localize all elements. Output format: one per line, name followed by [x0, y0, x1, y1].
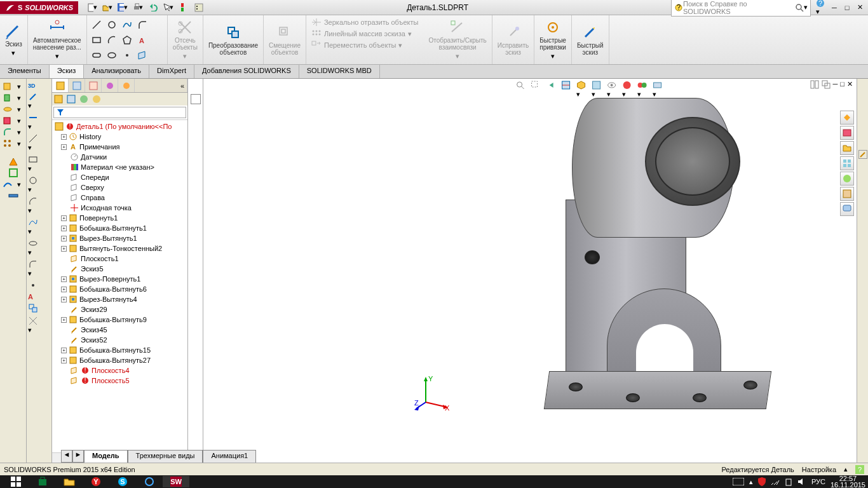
tree-tab-config[interactable] [85, 79, 102, 92]
rapid-sketch-button[interactable]: Быстрый эскиз [572, 15, 609, 64]
help-icon[interactable]: ?▾ [816, 0, 825, 16]
rectangle-tool[interactable] [90, 33, 104, 47]
tab-sketch[interactable]: Эскиз [50, 65, 84, 78]
tab-dimxpert[interactable]: DimXpert [149, 65, 194, 78]
tree-item[interactable]: Эскиз52 [52, 335, 187, 345]
tree-collapse[interactable]: « [135, 79, 187, 92]
solidworks-taskbar-icon[interactable]: SW [163, 476, 189, 487]
power-icon[interactable] [785, 477, 792, 486]
skype-icon[interactable]: S [109, 476, 136, 487]
tree-item[interactable]: +Бобышка-Вытянуть27 [52, 355, 187, 365]
bottom-tab-animation[interactable]: Анимация1 [203, 450, 256, 463]
tree-icon-3[interactable] [79, 94, 89, 104]
doc-close-button[interactable]: ✕ [847, 80, 853, 89]
tree-tab-display[interactable] [118, 79, 135, 92]
search-icon[interactable] [795, 3, 804, 12]
view-palette-tab[interactable] [840, 156, 854, 170]
tree-item[interactable]: +Вырез-Повернуть1 [52, 274, 187, 284]
view3d-icon[interactable]: 3D [28, 83, 50, 89]
tab-addins[interactable]: Добавления SOLIDWORKS [194, 65, 299, 78]
arc2-icon[interactable]: ▾ [28, 196, 50, 215]
tree-item[interactable]: +Бобышка-Вытянуть1 [52, 223, 187, 233]
lang-indicator[interactable]: РУС [811, 478, 825, 485]
tree-item[interactable]: +Бобышка-Вытянуть6 [52, 284, 187, 294]
clock[interactable]: 22:5716.11.2015 [831, 475, 865, 488]
display-toggle[interactable] [191, 94, 201, 104]
tree-item[interactable]: Плоскость1 [52, 254, 187, 264]
custom-props-tab[interactable] [840, 187, 854, 201]
network-icon[interactable] [771, 478, 780, 485]
tree-item[interactable]: Сверху [52, 182, 187, 193]
keyboard-icon[interactable] [733, 478, 744, 485]
zoom-area-icon[interactable] [531, 80, 542, 92]
tab-elements[interactable]: Элементы [0, 65, 50, 78]
revolve-icon[interactable] [3, 104, 13, 114]
section-view-icon[interactable] [561, 80, 573, 92]
tree-item[interactable]: +Вытянуть-Тонкостенный2 [52, 243, 187, 254]
appearances-tab[interactable] [840, 172, 854, 186]
text-tool[interactable]: A [135, 33, 149, 47]
resources-tab[interactable] [840, 111, 854, 125]
minimize-button[interactable]: ─ [830, 3, 839, 12]
tree-item[interactable]: Исходная точка [52, 203, 187, 213]
tree-root[interactable]: ! Деталь1 (По умолчанию<<По [52, 121, 187, 132]
ellipse2-icon[interactable]: ▾ [28, 238, 50, 257]
doc-cascade-icon[interactable] [822, 80, 831, 89]
point-tool[interactable] [120, 48, 134, 62]
pattern3d-icon[interactable] [3, 139, 13, 149]
prev-view-icon[interactable] [546, 80, 557, 92]
doc-tile-icon[interactable] [810, 80, 819, 89]
convert-entities-button[interactable]: Преобразование объектов [203, 15, 264, 64]
trim2-icon[interactable]: ▾ [28, 316, 50, 334]
measure-icon[interactable] [8, 191, 18, 201]
slot-tool[interactable] [90, 48, 104, 62]
start-button[interactable] [3, 476, 29, 487]
arc-tool[interactable] [105, 33, 119, 47]
cut-icon[interactable] [3, 116, 13, 126]
close-button[interactable]: ✕ [855, 3, 864, 12]
auto-dimension-button[interactable]: Автоматическое нанесение раз...▾ [28, 15, 87, 64]
hide-show-icon[interactable]: ▾ [607, 80, 618, 92]
tree-item[interactable]: !Плоскость5 [52, 376, 187, 386]
tree-item[interactable]: +History [52, 132, 187, 142]
save-icon[interactable]: ▾ [118, 3, 128, 13]
circle-tool[interactable] [105, 18, 119, 32]
point2-icon[interactable] [28, 280, 50, 290]
ind-sketch[interactable] [858, 150, 867, 159]
quick-snaps-button[interactable]: Быстрые привязки▾ [534, 15, 572, 64]
tree-item[interactable]: +AПримечания [52, 142, 187, 152]
select-icon[interactable]: ▾ [163, 3, 173, 13]
spline2-icon[interactable]: ▾ [28, 217, 50, 236]
tab-mbd[interactable]: SOLIDWORKS MBD [299, 65, 380, 78]
shield-icon[interactable] [758, 477, 766, 486]
viewport[interactable]: ▾ ▾ ▾ ▾ ▾ ▾ ─ □ ✕ [203, 79, 857, 463]
tree-item[interactable]: !Плоскость4 [52, 365, 187, 376]
tab-analyze[interactable]: Анализировать [84, 65, 149, 78]
dim-icon[interactable]: ▾ [28, 112, 50, 131]
volume-icon[interactable] [797, 478, 806, 485]
convert2-icon[interactable] [28, 303, 50, 313]
plane-tool[interactable] [135, 48, 149, 62]
tree-item[interactable]: Датчики [52, 152, 187, 162]
bottom-tab-3dviews[interactable]: Трехмерные виды [128, 450, 203, 463]
tree-item[interactable]: Спереди [52, 172, 187, 182]
tab-scroll-right[interactable]: ► [72, 450, 84, 463]
store-icon[interactable] [29, 476, 56, 487]
display-style-icon[interactable]: ▾ [592, 80, 603, 92]
help-search[interactable]: ? Поиск в Справке по SOLIDWORKS ▾ [671, 0, 811, 17]
open-icon[interactable]: ▾ [102, 3, 112, 13]
tree-item[interactable]: +Бобышка-Вытянуть15 [52, 345, 187, 355]
tree-item[interactable]: +Вырез-Вытянуть1 [52, 233, 187, 243]
ellipse-tool[interactable] [105, 48, 119, 62]
line-tool[interactable] [90, 18, 104, 32]
sketch-button[interactable]: Эскиз▾ [0, 15, 28, 64]
tree-item[interactable]: +Вырез-Вытянуть4 [52, 294, 187, 304]
design-library-tab[interactable] [840, 126, 854, 140]
view-orientation-icon[interactable]: ▾ [576, 80, 588, 92]
scene-icon[interactable]: ▾ [637, 80, 649, 92]
tree-tab-dimxpert[interactable] [102, 79, 118, 92]
rebuild-icon[interactable] [179, 3, 189, 13]
tree-icon-2[interactable] [66, 94, 76, 104]
status-help-icon[interactable]: ? [855, 465, 864, 474]
status-custom[interactable]: Настройка [802, 466, 836, 473]
